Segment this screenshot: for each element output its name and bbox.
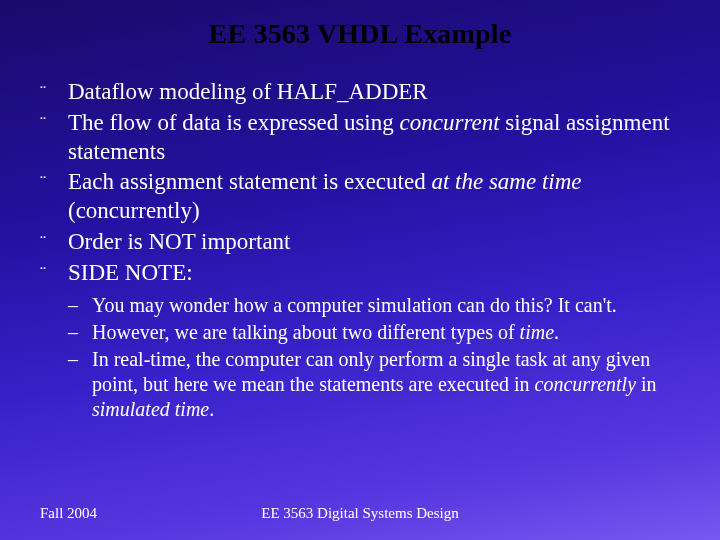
text-run: . [554,321,559,343]
sub-text: However, we are talking about two differ… [92,320,680,345]
dash-icon: – [68,347,92,372]
text-run: Order is NOT important [68,229,291,254]
text-run: However, we are talking about two differ… [92,321,520,343]
bullet-list: ¨ Dataflow modeling of HALF_ADDER ¨ The … [40,78,680,287]
text-run: SIDE NOTE: [68,260,193,285]
diamond-icon: ¨ [40,168,68,196]
bullet-text: Dataflow modeling of HALF_ADDER [68,78,680,107]
text-run: You may wonder how a computer simulation… [92,294,617,316]
text-em: time [520,321,554,343]
sub-text: You may wonder how a computer simulation… [92,293,680,318]
bullet-item: ¨ Dataflow modeling of HALF_ADDER [40,78,680,107]
bullet-item: ¨ The flow of data is expressed using co… [40,109,680,167]
text-run: Dataflow modeling of HALF_ADDER [68,79,428,104]
text-em: simulated time [92,398,209,420]
dash-icon: – [68,293,92,318]
text-run: (concurrently) [68,198,200,223]
sub-item: – In real-time, the computer can only pe… [68,347,680,422]
sub-item: – You may wonder how a computer simulati… [68,293,680,318]
bullet-text: Each assignment statement is executed at… [68,168,680,226]
sub-text: In real-time, the computer can only perf… [92,347,680,422]
text-run: . [209,398,214,420]
text-em: concurrently [535,373,636,395]
dash-icon: – [68,320,92,345]
text-em: concurrent [400,110,500,135]
diamond-icon: ¨ [40,259,68,287]
diamond-icon: ¨ [40,78,68,106]
text-run: The flow of data is expressed using [68,110,400,135]
sub-item: – However, we are talking about two diff… [68,320,680,345]
bullet-text: The flow of data is expressed using conc… [68,109,680,167]
text-em: at the same time [431,169,581,194]
bullet-text: SIDE NOTE: [68,259,680,288]
text-run: in [636,373,657,395]
sub-list: – You may wonder how a computer simulati… [68,293,680,422]
diamond-icon: ¨ [40,228,68,256]
bullet-item: ¨ Each assignment statement is executed … [40,168,680,226]
footer-center: EE 3563 Digital Systems Design [0,505,720,522]
text-run: Each assignment statement is executed [68,169,431,194]
slide: EE 3563 VHDL Example ¨ Dataflow modeling… [0,0,720,540]
slide-title: EE 3563 VHDL Example [40,18,680,50]
bullet-item: ¨ Order is NOT important [40,228,680,257]
bullet-item: ¨ SIDE NOTE: [40,259,680,288]
diamond-icon: ¨ [40,109,68,137]
bullet-text: Order is NOT important [68,228,680,257]
